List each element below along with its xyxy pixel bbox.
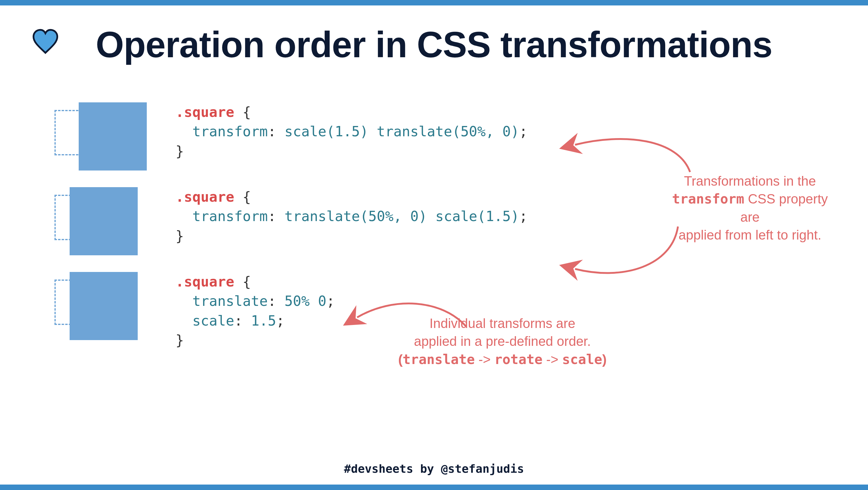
css-value-part: translate(50%, 0) — [284, 208, 427, 224]
annotation-code: scale — [562, 352, 602, 367]
heart-icon — [32, 28, 59, 55]
annotation-text: CSS property are — [740, 192, 828, 224]
css-property: transform — [192, 208, 268, 224]
annotation-text: applied in a pre-defined order. — [414, 334, 591, 349]
footer-handle: @stefanjudis — [441, 462, 524, 475]
annotation-code: rotate — [495, 352, 542, 367]
annotation-paren: ) — [602, 352, 607, 367]
annotation-arrow: -> — [542, 352, 562, 367]
square-transformed — [70, 272, 138, 340]
css-value-part: scale(1.5) — [284, 123, 368, 140]
square-transformed — [70, 187, 138, 255]
css-selector: .square — [176, 189, 234, 205]
css-value: 50% 0 — [284, 293, 326, 309]
annotation-paren: ( — [398, 352, 403, 367]
css-property: translate — [192, 293, 268, 309]
annotation-transform-order: Transformations in the transform CSS pro… — [665, 172, 835, 244]
square-visual-2 — [55, 187, 139, 248]
arrow-icon — [351, 296, 472, 336]
arrow-icon — [569, 129, 696, 178]
css-property: transform — [192, 123, 268, 140]
annotation-code: translate — [403, 352, 474, 367]
footer-hashtag: #devsheets — [344, 462, 413, 475]
css-selector: .square — [176, 104, 234, 120]
square-visual-1 — [55, 103, 139, 163]
page-title: Operation order in CSS transformations — [0, 24, 868, 65]
square-visual-3 — [55, 272, 139, 333]
code-block-3: .square { translate: 50% 0; scale: 1.5; … — [176, 272, 335, 350]
arrow-icon — [569, 224, 684, 284]
footer-credit: #devsheets by @stefanjudis — [0, 462, 868, 475]
annotation-text: Transformations in the — [684, 174, 816, 189]
annotation-text: applied from left to right. — [679, 227, 822, 242]
footer-by: by — [413, 462, 441, 475]
annotation-code: transform — [672, 191, 744, 206]
devsheet-page: Operation order in CSS transformations .… — [0, 0, 868, 490]
css-value: 1.5 — [251, 313, 276, 329]
css-selector: .square — [176, 273, 234, 290]
code-block-1: .square { transform: scale(1.5) translat… — [176, 103, 528, 161]
example-row-1: .square { transform: scale(1.5) translat… — [55, 103, 811, 163]
css-value-part: scale(1.5) — [435, 208, 519, 224]
css-value-part: translate(50%, 0) — [377, 123, 519, 140]
code-block-2: .square { transform: translate(50%, 0) s… — [176, 187, 528, 246]
square-transformed — [79, 103, 147, 171]
annotation-arrow: -> — [475, 352, 495, 367]
css-property: scale — [192, 313, 234, 329]
